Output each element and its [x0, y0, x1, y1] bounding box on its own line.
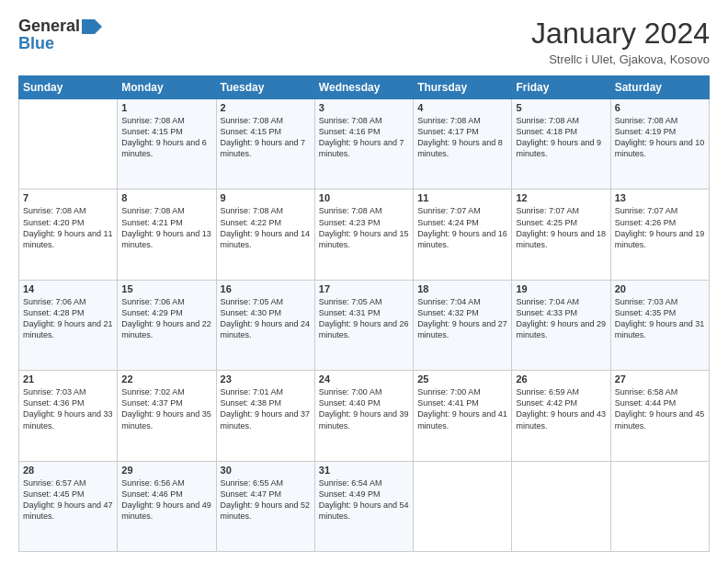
calendar-cell-w2d1: 15Sunrise: 7:06 AMSunset: 4:29 PMDayligh… — [118, 280, 216, 370]
cell-info: Sunrise: 7:03 AMSunset: 4:35 PMDaylight:… — [615, 296, 705, 341]
day-number: 15 — [121, 283, 211, 294]
calendar-cell-w4d3: 31Sunrise: 6:54 AMSunset: 4:49 PMDayligh… — [314, 461, 413, 551]
cell-info: Sunrise: 7:06 AMSunset: 4:29 PMDaylight:… — [121, 296, 211, 341]
calendar-cell-w3d6: 27Sunrise: 6:58 AMSunset: 4:44 PMDayligh… — [610, 371, 709, 461]
calendar-week-row-2: 14Sunrise: 7:06 AMSunset: 4:28 PMDayligh… — [19, 280, 710, 370]
day-number: 4 — [417, 102, 507, 113]
day-number: 3 — [319, 102, 409, 113]
cell-info: Sunrise: 6:58 AMSunset: 4:44 PMDaylight:… — [615, 386, 705, 431]
day-number: 19 — [516, 283, 606, 294]
calendar-cell-w0d0 — [19, 99, 118, 190]
day-number: 27 — [615, 373, 705, 385]
cell-info: Sunrise: 7:08 AMSunset: 4:20 PMDaylight:… — [23, 205, 113, 250]
calendar-week-row-0: 1Sunrise: 7:08 AMSunset: 4:15 PMDaylight… — [19, 99, 710, 190]
calendar-cell-w3d2: 23Sunrise: 7:01 AMSunset: 4:38 PMDayligh… — [216, 371, 314, 461]
calendar-cell-w2d3: 17Sunrise: 7:05 AMSunset: 4:31 PMDayligh… — [314, 280, 413, 370]
cell-info: Sunrise: 7:08 AMSunset: 4:16 PMDaylight:… — [319, 115, 409, 160]
cell-info: Sunrise: 7:05 AMSunset: 4:30 PMDaylight:… — [221, 296, 311, 341]
calendar-week-row-1: 7Sunrise: 7:08 AMSunset: 4:20 PMDaylight… — [19, 190, 710, 280]
calendar-cell-w1d2: 9Sunrise: 7:08 AMSunset: 4:22 PMDaylight… — [216, 190, 314, 280]
header: General Blue January 2024 Strellc i Ulet… — [18, 17, 710, 66]
day-number: 23 — [221, 373, 311, 385]
calendar-cell-w0d2: 2Sunrise: 7:08 AMSunset: 4:15 PMDaylight… — [216, 99, 314, 190]
cell-info: Sunrise: 6:55 AMSunset: 4:47 PMDaylight:… — [221, 477, 311, 523]
calendar-cell-w1d3: 10Sunrise: 7:08 AMSunset: 4:23 PMDayligh… — [314, 190, 413, 280]
page: General Blue January 2024 Strellc i Ulet… — [0, 0, 728, 563]
day-number: 5 — [516, 102, 606, 113]
day-number: 17 — [319, 283, 409, 294]
day-number: 9 — [221, 192, 311, 203]
calendar-cell-w0d1: 1Sunrise: 7:08 AMSunset: 4:15 PMDaylight… — [118, 99, 216, 190]
calendar-cell-w1d6: 13Sunrise: 7:07 AMSunset: 4:26 PMDayligh… — [610, 190, 709, 280]
calendar-cell-w4d5 — [512, 461, 610, 551]
calendar-week-row-4: 28Sunrise: 6:57 AMSunset: 4:45 PMDayligh… — [19, 461, 710, 551]
header-thursday: Thursday — [414, 76, 512, 99]
calendar-cell-w2d4: 18Sunrise: 7:04 AMSunset: 4:32 PMDayligh… — [414, 280, 512, 370]
cell-info: Sunrise: 7:08 AMSunset: 4:19 PMDaylight:… — [615, 115, 705, 160]
day-number: 31 — [319, 465, 409, 476]
cell-info: Sunrise: 7:03 AMSunset: 4:36 PMDaylight:… — [23, 386, 113, 431]
day-number: 8 — [121, 192, 211, 203]
logo-blue-text: Blue — [18, 34, 54, 53]
cell-info: Sunrise: 7:02 AMSunset: 4:37 PMDaylight:… — [121, 386, 211, 431]
calendar-cell-w2d0: 14Sunrise: 7:06 AMSunset: 4:28 PMDayligh… — [19, 280, 118, 370]
subtitle: Strellc i Ulet, Gjakova, Kosovo — [531, 52, 710, 66]
cell-info: Sunrise: 7:08 AMSunset: 4:15 PMDaylight:… — [221, 115, 311, 160]
day-number: 11 — [417, 192, 507, 203]
day-number: 1 — [121, 102, 211, 113]
calendar-cell-w0d6: 6Sunrise: 7:08 AMSunset: 4:19 PMDaylight… — [610, 99, 709, 190]
day-number: 22 — [121, 373, 211, 385]
calendar-cell-w1d1: 8Sunrise: 7:08 AMSunset: 4:21 PMDaylight… — [118, 190, 216, 280]
cell-info: Sunrise: 7:04 AMSunset: 4:33 PMDaylight:… — [516, 296, 606, 341]
day-number: 30 — [221, 465, 311, 476]
calendar-cell-w4d6 — [610, 461, 709, 551]
cell-info: Sunrise: 7:08 AMSunset: 4:17 PMDaylight:… — [417, 115, 507, 160]
day-number: 25 — [417, 373, 507, 385]
calendar-table: Sunday Monday Tuesday Wednesday Thursday… — [18, 75, 710, 552]
calendar-cell-w2d2: 16Sunrise: 7:05 AMSunset: 4:30 PMDayligh… — [216, 280, 314, 370]
cell-info: Sunrise: 6:54 AMSunset: 4:49 PMDaylight:… — [319, 477, 409, 523]
calendar-cell-w1d4: 11Sunrise: 7:07 AMSunset: 4:24 PMDayligh… — [414, 190, 512, 280]
day-number: 14 — [23, 283, 113, 294]
cell-info: Sunrise: 6:57 AMSunset: 4:45 PMDaylight:… — [23, 477, 113, 523]
header-friday: Friday — [512, 76, 610, 99]
cell-info: Sunrise: 7:06 AMSunset: 4:28 PMDaylight:… — [23, 296, 113, 341]
cell-info: Sunrise: 7:07 AMSunset: 4:26 PMDaylight:… — [615, 205, 705, 250]
cell-info: Sunrise: 7:08 AMSunset: 4:15 PMDaylight:… — [121, 115, 211, 160]
calendar-cell-w3d0: 21Sunrise: 7:03 AMSunset: 4:36 PMDayligh… — [19, 371, 118, 461]
logo-wrapper: General — [18, 17, 102, 36]
calendar-cell-w1d5: 12Sunrise: 7:07 AMSunset: 4:25 PMDayligh… — [512, 190, 610, 280]
day-number: 13 — [615, 192, 705, 203]
logo-arrow-icon — [82, 19, 102, 34]
calendar-cell-w2d6: 20Sunrise: 7:03 AMSunset: 4:35 PMDayligh… — [610, 280, 709, 370]
calendar-cell-w0d4: 4Sunrise: 7:08 AMSunset: 4:17 PMDaylight… — [414, 99, 512, 190]
cell-info: Sunrise: 7:07 AMSunset: 4:24 PMDaylight:… — [417, 205, 507, 250]
calendar-cell-w4d2: 30Sunrise: 6:55 AMSunset: 4:47 PMDayligh… — [216, 461, 314, 551]
day-number: 10 — [319, 192, 409, 203]
header-sunday: Sunday — [19, 76, 118, 99]
day-number: 12 — [516, 192, 606, 203]
day-number: 28 — [23, 465, 113, 476]
cell-info: Sunrise: 7:01 AMSunset: 4:38 PMDaylight:… — [221, 386, 311, 431]
header-wednesday: Wednesday — [314, 76, 413, 99]
cell-info: Sunrise: 7:04 AMSunset: 4:32 PMDaylight:… — [417, 296, 507, 341]
logo-general: General — [18, 17, 80, 36]
day-number: 7 — [23, 192, 113, 203]
cell-info: Sunrise: 7:08 AMSunset: 4:22 PMDaylight:… — [221, 205, 311, 250]
calendar-cell-w3d1: 22Sunrise: 7:02 AMSunset: 4:37 PMDayligh… — [118, 371, 216, 461]
calendar-cell-w3d5: 26Sunrise: 6:59 AMSunset: 4:42 PMDayligh… — [512, 371, 610, 461]
cell-info: Sunrise: 7:07 AMSunset: 4:25 PMDaylight:… — [516, 205, 606, 250]
header-saturday: Saturday — [610, 76, 709, 99]
calendar-cell-w4d1: 29Sunrise: 6:56 AMSunset: 4:46 PMDayligh… — [118, 461, 216, 551]
cell-info: Sunrise: 6:59 AMSunset: 4:42 PMDaylight:… — [516, 386, 606, 431]
title-block: January 2024 Strellc i Ulet, Gjakova, Ko… — [531, 17, 710, 66]
calendar-cell-w2d5: 19Sunrise: 7:04 AMSunset: 4:33 PMDayligh… — [512, 280, 610, 370]
calendar-body: 1Sunrise: 7:08 AMSunset: 4:15 PMDaylight… — [19, 99, 710, 552]
day-number: 2 — [221, 102, 311, 113]
day-number: 20 — [615, 283, 705, 294]
calendar-cell-w4d4 — [414, 461, 512, 551]
day-number: 26 — [516, 373, 606, 385]
svg-marker-0 — [82, 19, 102, 34]
day-number: 24 — [319, 373, 409, 385]
day-number: 16 — [221, 283, 311, 294]
